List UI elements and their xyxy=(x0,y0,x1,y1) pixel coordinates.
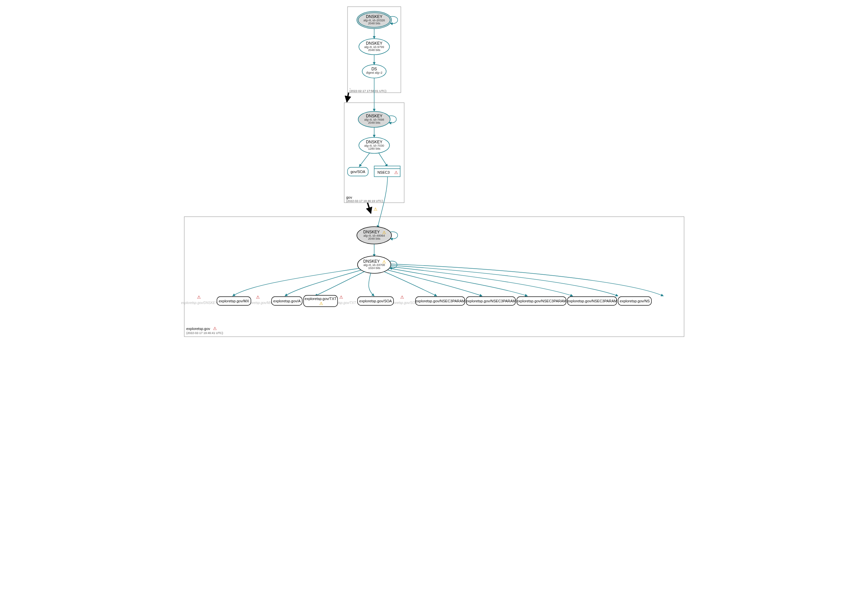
gov-ksk: DNSKEY alg=8, id=7698 2048 bits xyxy=(358,111,397,127)
leaf-soa-label: exploretsp.gov/SOA xyxy=(359,299,392,303)
error-icon: ⚠ xyxy=(339,295,343,300)
leaf-ns: exploretsp.gov/NS xyxy=(618,296,651,305)
error-icon: ⚠ xyxy=(400,295,404,300)
gov-ksk-bits: 2048 bits xyxy=(368,121,380,124)
leaf-np4-label: exploretsp.gov/NSEC3PARAM xyxy=(567,299,617,303)
warning-icon: ⚠ xyxy=(374,206,378,212)
leaf-np1-label: exploretsp.gov/NSEC3PARAM xyxy=(415,299,465,303)
root-zsk: DNSKEY alg=8, id=9799 2048 bits xyxy=(359,39,389,55)
root-ksk-title: DNSKEY xyxy=(366,14,382,19)
root-zsk-bits: 2048 bits xyxy=(368,48,380,52)
root-ds: DS digest alg=2 xyxy=(362,65,386,78)
root-ksk: DNSKEY alg=8, id=20326 2048 bits xyxy=(357,11,398,29)
gov-nsec3: NSEC3 ⚠ xyxy=(374,166,400,177)
zone-root-name: . xyxy=(350,85,350,89)
edge-gov-to-child xyxy=(367,203,371,213)
exp-zsk-bits: 1024 bits xyxy=(368,266,380,270)
leaf-txt: exploretsp.gov/TXT ⚠ xyxy=(304,295,338,307)
gov-soa-label: gov/SOA xyxy=(350,170,365,174)
leaf-np4: exploretsp.gov/NSEC3PARAM xyxy=(567,296,617,305)
zone-exploretsp: exploretsp.gov ⚠ (2022-02-17 19:46:41 UT… xyxy=(181,217,684,337)
zone-gov-ts: (2022-02-17 19:46:19 UTC) xyxy=(346,199,383,203)
gov-ksk-title: DNSKEY xyxy=(366,114,382,118)
error-icon: ⚠ xyxy=(394,170,398,175)
gov-soa: gov/SOA xyxy=(347,167,368,176)
zone-gov-name: gov xyxy=(346,196,352,199)
gov-nsec3-label: NSEC3 xyxy=(377,170,389,174)
zone-gov: gov (2022-02-17 19:46:19 UTC) DNSKEY alg… xyxy=(344,102,404,203)
leaf-soa: exploretsp.gov/SOA xyxy=(358,296,394,305)
leaf-ns-label: exploretsp.gov/NS xyxy=(620,299,650,303)
gov-zsk-title: DNSKEY xyxy=(366,140,382,144)
gov-zsk: DNSKEY alg=8, id=7030 1280 bits xyxy=(359,137,389,153)
zone-root-ts: (2022-02-17 17:56:01 UTC) xyxy=(350,89,386,93)
zone-exp-name: exploretsp.gov xyxy=(186,327,210,331)
leaf-a-label: exploretsp.gov/A xyxy=(273,299,301,303)
error-icon: ⚠ xyxy=(213,326,217,331)
leaf-np2: exploretsp.gov/NSEC3PARAM xyxy=(466,296,516,305)
exp-ksk-title: DNSKEY xyxy=(363,230,380,234)
ghost-dnskey: exploretsp.gov/DNSKEY xyxy=(181,301,218,305)
root-ds-alg: digest alg=2 xyxy=(366,71,382,75)
exp-ksk-bits: 2048 bits xyxy=(368,237,380,241)
edge-root-to-gov xyxy=(347,93,349,102)
leaf-np1: exploretsp.gov/NSEC3PARAM xyxy=(415,296,465,305)
exp-zsk-title: DNSKEY xyxy=(363,259,380,264)
leaf-np2-label: exploretsp.gov/NSEC3PARAM xyxy=(466,299,516,303)
zone-exp-ts: (2022-02-17 19:46:41 UTC) xyxy=(186,331,223,335)
root-ds-title: DS xyxy=(371,67,377,71)
exp-ksk: DNSKEY ⚠ alg=8, id=48064 2048 bits xyxy=(357,227,398,244)
leaf-txt-label: exploretsp.gov/TXT xyxy=(305,296,336,301)
leaf-mx-label: exploretsp.gov/MX xyxy=(219,299,249,303)
leaf-a: exploretsp.gov/A xyxy=(271,296,302,305)
gov-zsk-bits: 1280 bits xyxy=(368,147,380,151)
error-icon: ⚠ xyxy=(256,295,260,300)
error-icon: ⚠ xyxy=(197,295,201,300)
leaf-mx: exploretsp.gov/MX xyxy=(217,296,251,305)
leaf-np3: exploretsp.gov/NSEC3PARAM xyxy=(516,296,566,305)
warning-icon: ⚠ xyxy=(319,301,323,306)
root-zsk-title: DNSKEY xyxy=(366,41,382,46)
svg-rect-11 xyxy=(184,217,684,337)
root-ksk-bits: 2048 bits xyxy=(368,22,380,25)
leaf-np3-label: exploretsp.gov/NSEC3PARAM xyxy=(516,299,566,303)
